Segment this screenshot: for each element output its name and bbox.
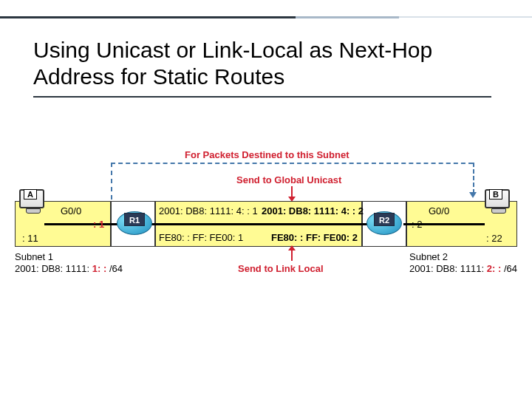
dashed-path xyxy=(473,163,474,194)
arrow-down-icon xyxy=(469,192,477,198)
host-a-label: A xyxy=(24,189,37,200)
r1-left-if: G0/0 xyxy=(61,205,81,216)
subnet-1-name: Subnet 1 xyxy=(15,251,53,262)
caption-global: Send to Global Unicast xyxy=(236,174,341,185)
subnet-2-prefix: 2001: DB8: 1111: 2: : /64 xyxy=(409,263,517,274)
page-title: Using Unicast or Link-Local as Next-Hop … xyxy=(33,37,491,98)
router-r2-label: R2 xyxy=(374,213,395,226)
network-diagram: For Packets Destined to this Subnet Send… xyxy=(15,133,517,340)
r2-left-global: 2001: DB8: 1111: 4: : 2 xyxy=(262,205,364,216)
r2-left-linklocal: FE80: : FF: FE00: 2 xyxy=(271,232,358,243)
caption-destined: For Packets Destined to this Subnet xyxy=(185,149,349,160)
r2-right-if: G0/0 xyxy=(429,205,449,216)
host-b-addr: : 22 xyxy=(486,233,502,244)
subnet-1-prefix: 2001: DB8: 1111: 1: : /64 xyxy=(15,263,123,274)
host-b-label: B xyxy=(489,189,502,200)
link-line xyxy=(44,223,118,225)
r1-right-global: 2001: DB8: 1111: 4: : 1 xyxy=(159,205,258,216)
dashed-path xyxy=(111,163,473,164)
subnet-2-name: Subnet 2 xyxy=(409,251,448,262)
host-a: A xyxy=(19,189,47,214)
caption-linklocal: Send to Link Local xyxy=(238,263,324,274)
r2-right-local: : 2 xyxy=(412,219,422,230)
r1-right-linklocal: FE80: : FF: FE00: 1 xyxy=(159,232,243,243)
host-a-addr: : 11 xyxy=(22,233,38,244)
dashed-path xyxy=(111,163,112,200)
r1-left-local: : 1 xyxy=(93,219,104,230)
link-line xyxy=(151,223,369,225)
router-r1-label: R1 xyxy=(124,213,145,226)
arrow-up-icon xyxy=(288,245,296,261)
header-rule xyxy=(0,16,532,19)
arrow-down-icon xyxy=(288,186,296,202)
host-b: B xyxy=(485,189,513,214)
